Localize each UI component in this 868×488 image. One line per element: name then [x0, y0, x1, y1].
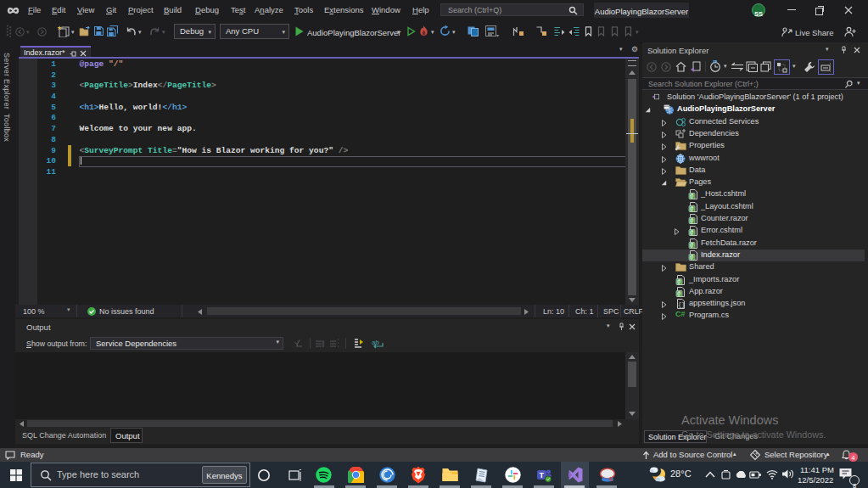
svg-text:T: T: [540, 471, 545, 480]
svg-text:{}: {}: [678, 301, 685, 308]
